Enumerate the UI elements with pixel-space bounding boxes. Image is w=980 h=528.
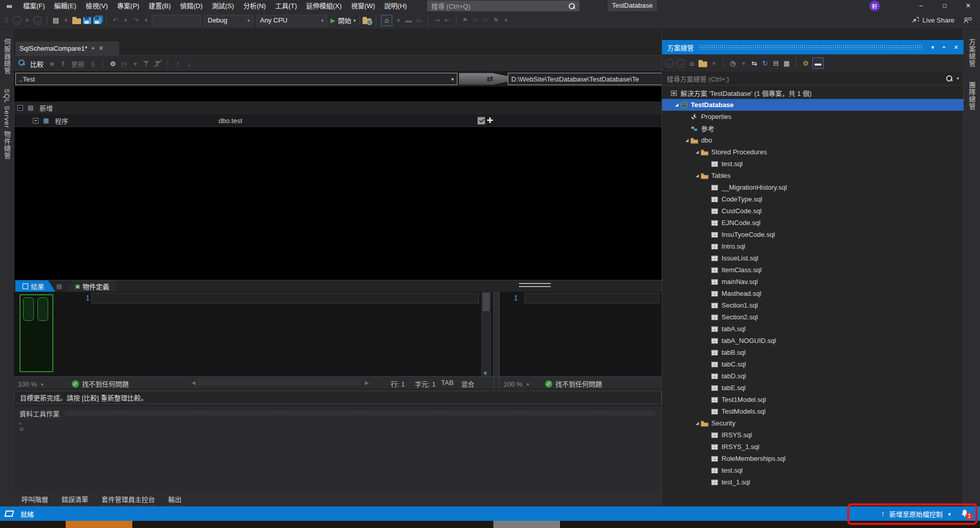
taskbar-app-grey[interactable] — [493, 521, 560, 528]
source-control-caret-icon[interactable]: ▲ — [947, 511, 952, 516]
expanded-arrow-icon[interactable]: ◢ — [684, 138, 690, 143]
tree-item-custcode.sql[interactable]: CustCode.sql — [662, 205, 964, 217]
diff-overview-minimap[interactable] — [19, 294, 53, 372]
open-folder-icon[interactable] — [72, 18, 81, 24]
expanded-arrow-icon[interactable]: ◢ — [694, 421, 701, 425]
bookmark-icon[interactable]: ⚑ — [461, 16, 469, 25]
tree-item-properties[interactable]: Properties — [662, 111, 964, 123]
current-line-highlight[interactable] — [524, 293, 659, 303]
save-icon[interactable] — [83, 17, 91, 24]
new-project-icon[interactable]: ▤ — [52, 16, 60, 25]
bottom-tab[interactable]: 呼叫階層 — [19, 493, 50, 506]
target-combo[interactable]: D:\WebSite\TestDatabase\TestDatabase\Te — [508, 73, 662, 85]
left-strip-tab[interactable]: SQL Server 物件總管 — [2, 84, 12, 165]
add-to-source-control-button[interactable]: 新增至原始檔控制 — [889, 509, 943, 519]
current-line-highlight[interactable] — [91, 293, 479, 303]
se-show-all-files-icon[interactable]: ▬ — [812, 57, 824, 69]
grid-group-row[interactable]: − ▤ 新增 — [14, 101, 662, 114]
outdent-icon[interactable]: ⇤ — [443, 16, 451, 25]
se-sync-icon[interactable]: ⇆ — [750, 58, 758, 68]
comment-icon[interactable]: ▬ — [405, 16, 413, 25]
include-checkbox[interactable] — [477, 117, 485, 125]
source-editor-pane[interactable]: 1 ▼ — [14, 292, 493, 376]
uncomment-icon[interactable]: ▭ — [415, 16, 423, 25]
se-pending-changes-icon[interactable]: ◷ — [729, 58, 737, 68]
menu-item[interactable]: 分析(N) — [238, 0, 270, 12]
platform-combo[interactable]: Any CPU▾ — [256, 15, 327, 26]
se-back-icon[interactable]: ← — [665, 59, 674, 68]
se-refresh-icon[interactable]: ↻ — [761, 58, 769, 68]
zoom-combo[interactable]: 100 %▾ — [15, 379, 48, 390]
prev-bookmark-icon[interactable]: ⚐ — [471, 16, 479, 25]
attach-process-icon[interactable] — [363, 18, 371, 24]
se-pending-caret-icon[interactable]: ▾ — [739, 58, 748, 68]
tree-item-taba_noguid.sql[interactable]: tabA_NOGUID.sql — [662, 335, 964, 347]
tree-item-test1model.sql[interactable]: Test1Model.sql — [662, 394, 964, 405]
tree-item-test.sql[interactable]: test.sql — [662, 158, 964, 170]
feedback-icon[interactable] — [964, 16, 972, 24]
scroll-down-icon[interactable]: ▼ — [483, 370, 488, 376]
tree-item-test_1.sql[interactable]: test_1.sql — [662, 476, 964, 488]
update-button[interactable]: ⇑ — [59, 59, 67, 68]
nav-back-icon[interactable]: ← — [12, 16, 21, 25]
notifications-bell[interactable]: 1 — [961, 509, 969, 519]
problems-indicator-right[interactable]: ✓找不到任何問題 — [545, 379, 602, 389]
quick-search-input[interactable]: 搜尋 (Ctrl+Q) — [427, 1, 579, 11]
nav-forward-icon[interactable]: → — [33, 16, 42, 25]
start-debug-icon[interactable]: ▶ — [329, 16, 337, 25]
tree-item-dbo[interactable]: ◢dbo — [662, 134, 964, 146]
splitter-grip[interactable] — [519, 283, 551, 287]
options-gear-icon[interactable]: ⚙ — [109, 59, 117, 68]
nav-back-caret-icon[interactable]: ▾ — [23, 16, 31, 25]
indent-icon[interactable]: ⇥ — [433, 16, 441, 25]
tree-item-mainnav.sql[interactable]: mainNav.sql — [662, 276, 964, 288]
solution-explorer-search-input[interactable]: 搜尋方案總管 (Ctrl+;) ▾ — [663, 72, 963, 86]
menu-item[interactable]: 檔案(F) — [18, 0, 50, 12]
se-collapse-all-icon[interactable]: ⊟ — [772, 58, 780, 68]
tree-item-tabc.sql[interactable]: tabC.sql — [662, 358, 964, 370]
next-bookmark-icon[interactable]: ⚐ — [482, 16, 490, 25]
compare-button[interactable] — [18, 59, 26, 68]
tree-item-irsys.sql[interactable]: IRSYS.sql — [662, 429, 964, 441]
tree-item-section1.sql[interactable]: Section1.sql — [662, 299, 964, 311]
se-home-icon[interactable]: ⌂ — [688, 58, 696, 68]
tree-item-ejncode.sql[interactable]: EJNCode.sql — [662, 217, 964, 229]
browser-link-icon[interactable]: ⌂ — [381, 15, 392, 26]
left-strip-tab[interactable]: 伺服器總管 — [2, 33, 12, 79]
update-button-label[interactable]: 更新 — [71, 59, 85, 69]
panel-close-icon[interactable]: ✕ — [954, 44, 958, 51]
right-strip-tab[interactable]: 團隊總管 — [967, 76, 977, 115]
tree-item-intro.sql[interactable]: Intro.sql — [662, 240, 964, 252]
search-icon[interactable] — [568, 3, 575, 10]
tree-item-issuelist.sql[interactable]: IssueList.sql — [662, 252, 964, 264]
bottom-tab[interactable]: 套件管理員主控台 — [99, 493, 157, 506]
configuration-combo[interactable]: Debug▾ — [204, 15, 253, 26]
generate-script-icon[interactable]: § — [89, 59, 97, 68]
collapse-group-icon[interactable]: − — [17, 105, 23, 111]
account-avatar[interactable]: 軒 — [869, 1, 880, 11]
tree-item-rolememberships.sql[interactable]: RoleMemberships.sql — [662, 453, 964, 464]
tree-item-testdatabase[interactable]: ◢TestDatabase — [662, 99, 964, 111]
filter-icon[interactable] — [143, 60, 151, 67]
pin-icon[interactable]: ⌖ — [91, 45, 94, 52]
expanded-arrow-icon[interactable]: ◢ — [673, 103, 680, 107]
menu-item[interactable]: 檢視(V) — [81, 0, 112, 12]
clear-bookmarks-icon[interactable]: ⚑ — [492, 16, 500, 25]
stop-icon[interactable]: ■ — [48, 59, 56, 68]
taskbar-app-orange[interactable] — [66, 521, 132, 528]
tab-overflow-icon[interactable]: ▨ — [56, 283, 62, 290]
problems-indicator[interactable]: ✓找不到任何問題 — [72, 379, 129, 389]
tree-item-section2.sql[interactable]: Section2.sql — [662, 311, 964, 323]
filter-clear-icon[interactable] — [154, 60, 162, 67]
tree-item-tabb.sql[interactable]: tabB.sql — [662, 347, 964, 358]
se-switch-views-caret-icon[interactable]: ▾ — [710, 58, 718, 68]
scroll-left-icon[interactable]: ◄ — [190, 379, 197, 387]
undo-icon[interactable]: ↶ — [111, 16, 119, 25]
tab-results[interactable]: 結果 — [15, 280, 55, 292]
tree-item-tabe.sql[interactable]: tabE.sql — [662, 382, 964, 394]
expanded-arrow-icon[interactable]: ◢ — [694, 173, 701, 178]
menu-item[interactable]: 工具(T) — [270, 0, 302, 12]
live-share-button[interactable]: Live Share — [911, 16, 954, 24]
group-by-icon[interactable]: (≡ — [120, 59, 128, 68]
target-editor-pane[interactable]: 1 — [499, 292, 662, 376]
